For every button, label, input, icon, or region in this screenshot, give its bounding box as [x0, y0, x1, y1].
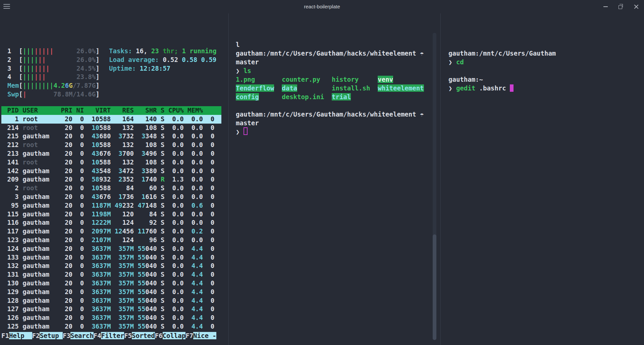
- meter-3: 3 [||||||| 24.5%]: [7, 64, 100, 73]
- htop-row[interactable]: 126 gautham 20 0 3637M 357M 55040 S 0.0 …: [1, 314, 221, 322]
- htop-row[interactable]: 213 gautham 20 0 43676 3700 3496 S 0.0 0…: [1, 149, 221, 158]
- htop-row[interactable]: 115 gautham 20 0 1198M 120 84 S 0.0 0.0 …: [1, 210, 221, 219]
- cursor: [244, 127, 248, 135]
- load-average-line: Load average: 0.52 0.58 0.59: [109, 56, 216, 64]
- terminal-line: [236, 101, 424, 110]
- terminal-line: master: [236, 119, 424, 127]
- fkey-F4[interactable]: F4: [94, 332, 101, 339]
- terminal-line: l: [236, 40, 424, 49]
- htop-row[interactable]: 1 root 20 0 10588 164 140 S 0.0 0.0 0: [1, 115, 221, 124]
- meter-1: 1 [|||||||| 26.0%]: [7, 47, 100, 56]
- fkey-F5[interactable]: F5: [124, 332, 132, 339]
- fkey-F3[interactable]: F3: [63, 332, 70, 339]
- terminal-line: gautham:/mnt/c/Users/Gautham: [448, 49, 556, 58]
- meter-Mem: Mem[||||||||4.26G/7.87G]: [7, 81, 100, 90]
- fkey-F2[interactable]: F2: [32, 332, 40, 339]
- tasks-line: Tasks: 16, 23 thr; 1 running: [109, 47, 216, 56]
- htop-row[interactable]: 215 gautham 20 0 43680 3732 3348 S 0.0 0…: [1, 132, 221, 141]
- fkey-label-F4[interactable]: Filter: [101, 332, 124, 339]
- right-terminal-pane[interactable]: gautham:/mnt/c/Users/Gautham❯ cd gautham…: [441, 13, 644, 345]
- htop-pane[interactable]: 1 [|||||||| 26.0%]2 [|||||| 26.0%]3 [|||…: [0, 13, 228, 345]
- htop-row[interactable]: 209 gautham 20 0 58932 2352 1740 R 1.3 0…: [1, 175, 221, 184]
- tasks-summary: Tasks: 16, 23 thr; 1 runningLoad average…: [109, 47, 216, 73]
- htop-row[interactable]: 133 gautham 20 0 3637M 357M 55040 S 0.0 …: [1, 253, 221, 262]
- htop-row[interactable]: 2 root 20 0 10588 84 60 S 0.0 0.0 0: [1, 184, 221, 193]
- restore-button[interactable]: [613, 0, 629, 13]
- terminal-line: [448, 66, 556, 75]
- terminal-line: gautham:~: [448, 75, 556, 84]
- htop-row[interactable]: 130 gautham 20 0 3637M 357M 55040 S 0.0 …: [1, 279, 221, 288]
- terminal-line: ❯ gedit .bashrc: [448, 84, 556, 92]
- fkey-label-F7[interactable]: Nice -: [193, 332, 216, 339]
- terminal-line: gautham:/mnt/c/Users/Gautham/hacks/white…: [236, 110, 424, 119]
- right-terminal-output: gautham:/mnt/c/Users/Gautham❯ cd gautham…: [448, 49, 556, 92]
- fkey-label-F2[interactable]: Setup: [40, 332, 63, 339]
- htop-row[interactable]: 95 gautham 20 0 1187M 49232 47148 S 0.0 …: [1, 201, 221, 210]
- htop-row[interactable]: 3 gautham 20 0 43676 1736 1616 S 0.0 0.0…: [1, 193, 221, 201]
- middle-terminal-output: lgautham:/mnt/c/Users/Gautham/hacks/whit…: [236, 40, 424, 136]
- fkey-label-F3[interactable]: Search: [70, 332, 94, 339]
- fkey-label-F1[interactable]: Help: [9, 332, 32, 339]
- terminal-line: ❯: [236, 127, 424, 136]
- htop-row[interactable]: 116 gautham 20 0 1222M 124 92 S 0.0 0.0 …: [1, 218, 221, 227]
- scrollbar[interactable]: [433, 33, 436, 340]
- terminal-line: Tenderflow data install.sh whiteelement: [236, 84, 424, 92]
- minimize-icon: [603, 6, 608, 7]
- terminal-line: ❯ ls: [236, 66, 424, 75]
- htop-row[interactable]: 124 gautham 20 0 3637M 357M 55040 S 0.0 …: [1, 245, 221, 253]
- fkey-F1[interactable]: F1: [1, 332, 9, 339]
- meter-4: 4 [|||||| 23.8%]: [7, 73, 100, 81]
- scrollbar-thumb[interactable]: [433, 234, 436, 340]
- close-button[interactable]: [629, 0, 644, 13]
- htop-row[interactable]: 131 gautham 20 0 3637M 357M 55040 S 0.0 …: [1, 270, 221, 279]
- titlebar: react-boilerplate: [0, 0, 644, 13]
- fkey-F6[interactable]: F6: [155, 332, 163, 339]
- window-title: react-boilerplate: [0, 0, 644, 13]
- terminal-window: react-boilerplate 1 [|||||||| 26.0%]2 [|…: [0, 0, 644, 345]
- htop-row[interactable]: 141 root 20 0 10588 132 108 S 0.0 0.0 0: [1, 158, 221, 167]
- htop-row[interactable]: 132 gautham 20 0 3637M 357M 55040 S 0.0 …: [1, 262, 221, 270]
- terminal-line: ❯ cd: [448, 58, 556, 66]
- htop-row[interactable]: 125 gautham 20 0 3637M 357M 55040 S 0.0 …: [1, 322, 221, 331]
- cursor: [510, 84, 514, 92]
- uptime-line: Uptime: 12:28:57: [109, 64, 216, 73]
- fkey-F7[interactable]: F7: [185, 332, 193, 339]
- terminal-line: master: [236, 58, 424, 66]
- htop-row[interactable]: 128 gautham 20 0 3637M 357M 55040 S 0.0 …: [1, 296, 221, 305]
- fkey-label-F6[interactable]: Collap: [163, 332, 186, 339]
- htop-row[interactable]: 214 root 20 0 10588 132 108 S 0.0 0.0 0: [1, 124, 221, 132]
- close-icon: [634, 4, 639, 9]
- process-table-header[interactable]: PID USER PRI NI VIRT RES SHR S CPU% MEM%: [1, 106, 221, 115]
- terminal-line: config desktop.ini trial: [236, 92, 424, 101]
- function-key-bar: F1Help F2Setup F3SearchF4FilterF5SortedF…: [1, 332, 216, 340]
- restore-icon: [619, 5, 622, 9]
- htop-row[interactable]: 212 root 20 0 10588 132 108 S 0.0 0.0 0: [1, 141, 221, 149]
- meter-Swp: Swp[| 78.8M/14.6G]: [7, 90, 100, 99]
- htop-row[interactable]: 129 gautham 20 0 3637M 357M 55040 S 0.0 …: [1, 288, 221, 296]
- window-controls: [598, 0, 644, 13]
- fkey-label-F5[interactable]: Sorted: [132, 332, 155, 339]
- htop-row[interactable]: 123 gautham 20 0 2107M 124 96 S 0.0 0.0 …: [1, 236, 221, 245]
- terminal-line: gautham:/mnt/c/Users/Gautham/hacks/white…: [236, 49, 424, 58]
- process-table: PID USER PRI NI VIRT RES SHR S CPU% MEM%…: [1, 106, 221, 331]
- middle-terminal-pane[interactable]: lgautham:/mnt/c/Users/Gautham/hacks/whit…: [229, 13, 440, 345]
- meter-2: 2 [|||||| 26.0%]: [7, 56, 100, 64]
- fkey-bar-line: F1Help F2Setup F3SearchF4FilterF5SortedF…: [1, 332, 216, 340]
- htop-row[interactable]: 142 gautham 20 0 43548 3472 3380 S 0.0 0…: [1, 167, 221, 176]
- htop-row[interactable]: 117 gautham 20 0 2097M 12456 11760 S 0.0…: [1, 227, 221, 236]
- cpu-memory-meters: 1 [|||||||| 26.0%]2 [|||||| 26.0%]3 [|||…: [7, 47, 100, 99]
- htop-row[interactable]: 127 gautham 20 0 3637M 357M 55040 S 0.0 …: [1, 305, 221, 314]
- terminal-line: 1.png counter.py history venv: [236, 75, 424, 84]
- minimize-button[interactable]: [598, 0, 613, 13]
